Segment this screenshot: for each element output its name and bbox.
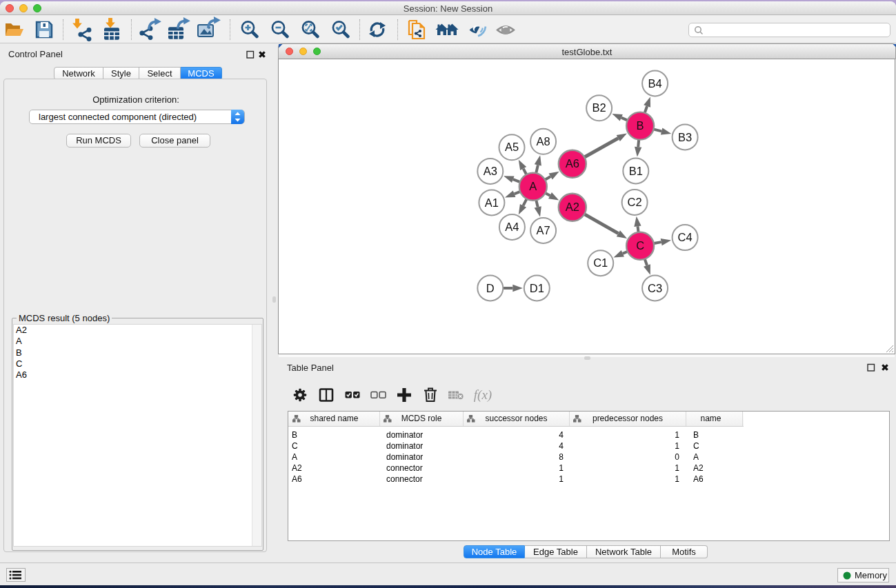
svg-text:A5: A5 [505,141,519,153]
svg-text:A1: A1 [485,196,499,209]
svg-text:A8: A8 [537,135,550,148]
svg-text:A2: A2 [566,201,579,213]
svg-text:C4: C4 [678,231,693,243]
svg-text:C: C [636,239,644,252]
svg-text:C1: C1 [593,256,608,269]
svg-text:A7: A7 [537,224,550,236]
svg-text:A6: A6 [566,157,579,170]
svg-text:B2: B2 [593,101,606,114]
svg-text:B4: B4 [648,77,662,90]
svg-text:B1: B1 [629,165,643,177]
svg-text:D1: D1 [530,282,544,294]
svg-text:B3: B3 [678,131,692,143]
svg-text:A4: A4 [505,221,519,233]
svg-text:C3: C3 [648,282,662,294]
svg-text:B: B [637,119,644,132]
svg-text:A3: A3 [484,165,497,177]
svg-text:f(x): f(x) [474,387,492,403]
svg-text:C2: C2 [628,196,642,208]
svg-text:A: A [529,180,537,192]
svg-text:D: D [486,282,495,294]
